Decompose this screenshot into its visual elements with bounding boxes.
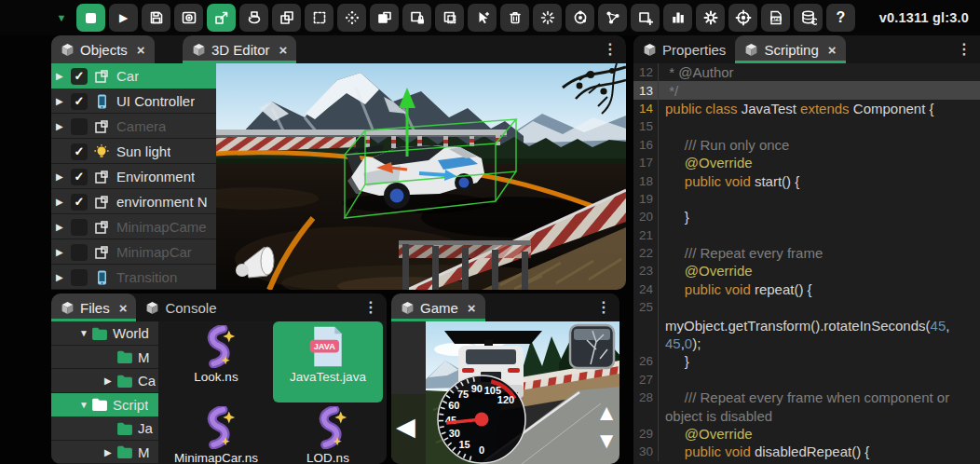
tree-row[interactable]: Ja: [51, 416, 158, 441]
cube-icon: [643, 43, 657, 57]
tab-scripting[interactable]: Scripting×: [735, 35, 845, 63]
folder-label: Ca: [138, 373, 156, 389]
expand-arrow[interactable]: ▶: [104, 375, 116, 386]
tab-3d-editor[interactable]: 3D Editor×: [183, 35, 296, 63]
lock-button[interactable]: [402, 4, 431, 32]
line-number: 30: [633, 443, 659, 460]
expand-arrow[interactable]: ▶: [56, 171, 69, 182]
object-label: MinimapCar: [116, 244, 192, 260]
close-icon[interactable]: ×: [468, 300, 476, 316]
tab-files[interactable]: Files×: [51, 293, 136, 321]
svg-text:30: 30: [449, 428, 460, 439]
code-editor[interactable]: 12 * @Author13 */14public class JavaTest…: [633, 63, 980, 464]
scripting-window: Properties Scripting× ⋮ 12 * @Author13 *…: [633, 35, 980, 464]
close-icon[interactable]: ×: [279, 42, 288, 58]
play-button[interactable]: ▶: [109, 4, 138, 32]
menu-icon[interactable]: ⋮: [957, 40, 972, 58]
expand-arrow[interactable]: ▶: [104, 447, 116, 457]
rect-select-tool-button[interactable]: [305, 4, 333, 32]
folder-icon: [116, 374, 133, 389]
visibility-checkbox[interactable]: ✓: [71, 169, 88, 185]
line-number: 29: [633, 425, 659, 443]
visibility-checkbox[interactable]: [71, 118, 88, 135]
accelerate-button[interactable]: ▲: [595, 402, 618, 424]
3d-viewport[interactable]: [216, 63, 626, 290]
dropdown-button[interactable]: ▼: [52, 4, 71, 32]
apk-button[interactable]: APK: [761, 4, 790, 32]
expand-arrow[interactable]: ▶: [56, 272, 69, 282]
brake-button[interactable]: ▼: [595, 430, 618, 452]
database-button[interactable]: [794, 4, 823, 32]
nodes-button[interactable]: [598, 4, 627, 32]
tab-objects[interactable]: Objects×: [51, 35, 155, 63]
tab-properties[interactable]: Properties: [633, 35, 735, 63]
expand-arrow[interactable]: ▶: [56, 247, 69, 257]
visibility-checkbox[interactable]: ✓: [71, 143, 88, 160]
stop-button[interactable]: [76, 4, 105, 32]
code-line: 29 @Override: [633, 425, 980, 443]
expand-arrow[interactable]: ▶: [56, 197, 69, 207]
file-item[interactable]: JAVAJavaTest.java: [273, 321, 383, 403]
line-number: [633, 316, 659, 334]
settings-button[interactable]: [696, 4, 725, 32]
tree-row[interactable]: ▼Script: [51, 393, 158, 417]
line-number: 15: [633, 117, 659, 135]
help-button[interactable]: ?: [826, 4, 855, 32]
visibility-checkbox[interactable]: ✓: [71, 93, 88, 110]
file-item[interactable]: Look.ns: [161, 321, 271, 403]
add-object-button[interactable]: [631, 4, 660, 32]
tab-console[interactable]: Console: [136, 293, 225, 321]
tree-row[interactable]: ▶Ca: [51, 369, 158, 393]
light-button[interactable]: [533, 4, 562, 32]
delete-button[interactable]: [500, 4, 529, 32]
expand-arrow[interactable]: ▼: [79, 400, 91, 410]
menu-icon[interactable]: ⋮: [363, 298, 378, 316]
build-button[interactable]: [728, 4, 757, 32]
stats-button[interactable]: [663, 4, 692, 32]
cube-icon: [61, 301, 75, 315]
visibility-checkbox[interactable]: ✓: [71, 194, 88, 211]
rotate-tool-button[interactable]: [239, 4, 268, 32]
visibility-checkbox[interactable]: [71, 244, 88, 261]
duplicate-button[interactable]: [370, 4, 399, 32]
scale-tool-button[interactable]: [272, 4, 301, 32]
scene-view-button[interactable]: [174, 4, 203, 32]
object-label: Sun light: [116, 143, 170, 159]
expand-arrow[interactable]: ▶: [56, 96, 69, 106]
pivot-tool-button[interactable]: [337, 4, 366, 32]
menu-icon[interactable]: ⋮: [603, 40, 618, 58]
orbit-button[interactable]: [565, 4, 594, 32]
svg-text:120: 120: [497, 394, 514, 405]
files-window: Files× Console ⋮ ▼WorldM▶Ca▼ScriptJa▶M L…: [51, 293, 387, 464]
game-viewport[interactable]: 0153045607590105120 ◀ ▲ ▼: [391, 321, 619, 464]
visibility-checkbox[interactable]: [71, 219, 88, 236]
object-label: Car: [116, 68, 139, 84]
files-tabbar: Files× Console ⋮: [51, 293, 387, 321]
tree-row[interactable]: M: [51, 346, 158, 370]
tree-row[interactable]: ▼World: [51, 321, 158, 346]
svg-text:15: 15: [458, 439, 470, 450]
svg-text:60: 60: [448, 400, 459, 411]
visibility-checkbox[interactable]: [71, 269, 88, 286]
expand-arrow[interactable]: ▼: [79, 328, 91, 338]
close-icon[interactable]: ×: [137, 42, 145, 58]
expand-arrow[interactable]: ▶: [56, 222, 69, 232]
file-item[interactable]: MinimapCar.ns: [161, 403, 271, 464]
close-icon[interactable]: ×: [119, 300, 128, 316]
file-item[interactable]: LOD.ns: [273, 403, 383, 464]
menu-icon[interactable]: ⋮: [596, 298, 611, 316]
move-tool-button[interactable]: [207, 4, 236, 32]
tab-game[interactable]: Game×: [391, 293, 485, 321]
expand-arrow[interactable]: ▶: [56, 121, 69, 131]
tree-row[interactable]: ▶M: [51, 441, 158, 464]
expand-arrow[interactable]: ▶: [56, 71, 69, 81]
close-icon[interactable]: ×: [828, 42, 837, 58]
visibility-checkbox[interactable]: ✓: [71, 68, 88, 85]
save-button[interactable]: [142, 4, 170, 32]
line-number: 12: [633, 63, 659, 81]
paste-button[interactable]: [435, 4, 464, 32]
steer-left-button[interactable]: ◀: [396, 415, 415, 440]
pointer-tool-button[interactable]: [468, 4, 497, 32]
cube-icon: [61, 43, 75, 57]
folder-icon: [116, 349, 133, 364]
